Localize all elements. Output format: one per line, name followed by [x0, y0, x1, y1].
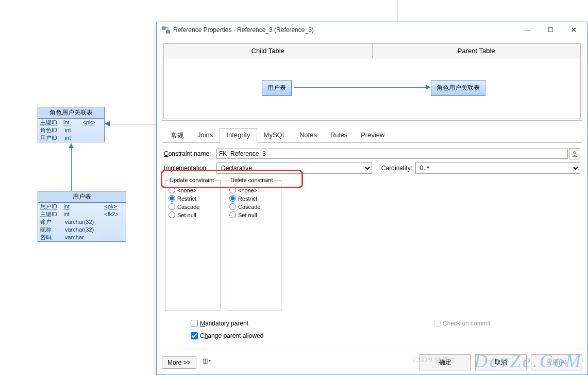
- er-table-title: 用户表: [38, 191, 126, 203]
- dropdown-tool-icon[interactable]: [200, 357, 214, 368]
- mini-parent-box[interactable]: 角色用户关联表: [431, 80, 485, 96]
- update-constraint-group: Update constraint <none> Restrict Cascad…: [165, 177, 221, 311]
- er-table-title: 角色用户关联表: [38, 107, 104, 119]
- er-table-role-user[interactable]: 角色用户关联表 主键IDint<pk> 角色IDint 用户IDint: [38, 107, 105, 142]
- svg-rect-4: [206, 359, 207, 364]
- mini-diagram: 用户表 角色用户关联表: [163, 58, 581, 119]
- mini-arrow-tip: [426, 85, 431, 90]
- apply-button[interactable]: 应用(A): [531, 354, 582, 370]
- er-connector: [71, 143, 72, 191]
- delete-constraint-group: Delete constraint <none> Restrict Cascad…: [226, 177, 281, 311]
- tab-joins[interactable]: Joins: [191, 128, 220, 143]
- mini-arrow: [294, 87, 426, 88]
- check-on-commit[interactable]: Check on commit: [432, 318, 491, 328]
- parent-table-tab[interactable]: Parent Table: [372, 43, 581, 58]
- svg-rect-0: [162, 27, 165, 29]
- cardinality-select[interactable]: 0..*: [415, 162, 580, 174]
- bottom-checks: Mandatory parent Change parent allowed C…: [164, 318, 580, 341]
- update-restrict[interactable]: Restrict: [169, 195, 217, 202]
- watermark-csdn: CSDN 绝望的: [413, 355, 454, 365]
- tab-mysql[interactable]: MySQL: [257, 128, 293, 143]
- update-setnull[interactable]: Set null: [169, 211, 217, 218]
- minimize-button[interactable]: —: [516, 23, 539, 37]
- table-preview-frame: Child Table Parent Table 用户表 角色用户关联表: [162, 42, 582, 121]
- update-constraint-legend: Update constraint: [169, 177, 215, 183]
- reference-properties-dialog: Reference Properties - Reference_3 (Refe…: [156, 22, 588, 375]
- button-bar: More >> 确定 取消 应用(A): [162, 349, 582, 370]
- er-connector-h: [109, 124, 157, 124]
- tab-integrity[interactable]: Integrity: [220, 128, 257, 143]
- update-none[interactable]: <none>: [169, 187, 217, 193]
- er-table-user[interactable]: 用户表 用户IDint<pk> 主键IDint<fk2> 账户varchar(3…: [38, 191, 126, 242]
- er-arrowhead-left: [105, 121, 110, 126]
- mandatory-parent-check[interactable]: Mandatory parent: [189, 318, 580, 329]
- cardinality-label: Cardinality:: [381, 165, 415, 172]
- implementation-label: Implementation:: [164, 165, 216, 172]
- user-icon-button[interactable]: [569, 148, 580, 159]
- child-table-tab[interactable]: Child Table: [163, 43, 372, 58]
- tab-notes[interactable]: Notes: [293, 128, 324, 143]
- tabs: 常规 Joins Integrity MySQL Notes Rules Pre…: [162, 128, 582, 143]
- delete-none[interactable]: <none>: [229, 187, 278, 193]
- mini-child-box[interactable]: 用户表: [262, 80, 292, 96]
- svg-rect-1: [166, 30, 170, 33]
- cancel-button[interactable]: 取消: [475, 354, 527, 370]
- dialog-title: Reference Properties - Reference_3 (Refe…: [173, 26, 516, 34]
- maximize-button[interactable]: ☐: [539, 23, 562, 37]
- change-parent-check[interactable]: Change parent allowed: [189, 331, 580, 341]
- more-button[interactable]: More >>: [162, 356, 196, 369]
- er-arrowhead-up: [69, 143, 74, 148]
- reference-icon: [162, 26, 170, 34]
- tab-preview[interactable]: Preview: [354, 128, 391, 143]
- delete-cascade[interactable]: Cascade: [229, 203, 278, 210]
- integrity-panel: Constraint name: Implementation: Declara…: [162, 143, 582, 345]
- update-cascade[interactable]: Cascade: [169, 203, 217, 210]
- constraint-name-input[interactable]: [216, 149, 568, 159]
- implementation-select[interactable]: Declarative: [216, 162, 372, 174]
- delete-constraint-legend: Delete constraint: [229, 177, 274, 183]
- tab-general[interactable]: 常规: [164, 128, 191, 143]
- titlebar[interactable]: Reference Properties - Reference_3 (Refe…: [157, 22, 587, 38]
- close-button[interactable]: ✕: [562, 23, 585, 37]
- tab-rules[interactable]: Rules: [324, 128, 354, 143]
- delete-setnull[interactable]: Set null: [229, 211, 278, 218]
- dialog-body: Child Table Parent Table 用户表 角色用户关联表 常规 …: [157, 38, 587, 349]
- svg-point-2: [574, 152, 576, 154]
- svg-rect-3: [204, 359, 205, 364]
- delete-restrict[interactable]: Restrict: [229, 195, 278, 202]
- constraint-name-label: Constraint name:: [164, 150, 216, 157]
